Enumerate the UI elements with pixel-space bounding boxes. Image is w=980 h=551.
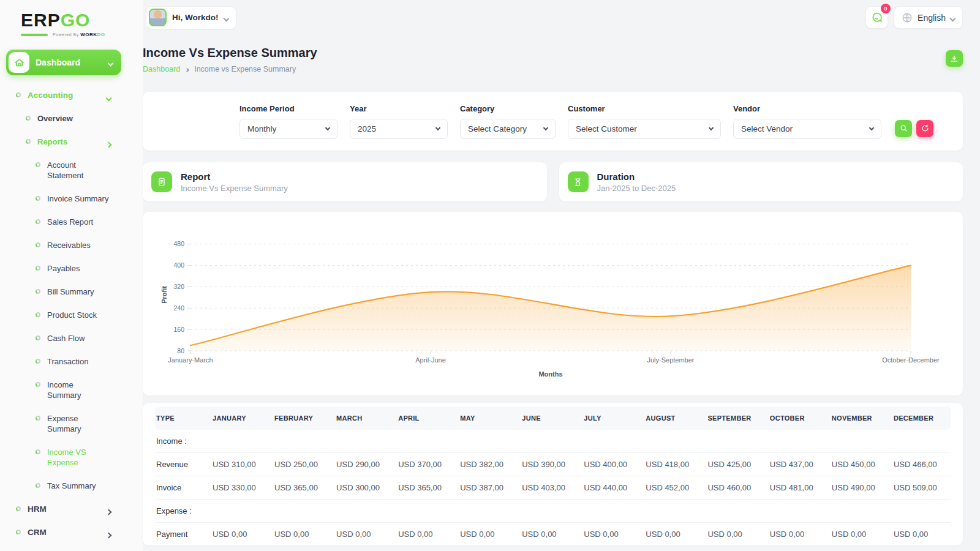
page-header: Income Vs Expense Summary Dashboard Inco… — [143, 46, 963, 73]
column-header: DECEMBER — [889, 407, 951, 430]
filter-vendor: VendorSelect Vendor — [733, 104, 881, 139]
amount-cell: USD 387,00 — [455, 476, 517, 500]
sidebar-item-hrm[interactable]: HRM — [0, 504, 143, 514]
row-type: Payment — [155, 523, 208, 546]
category-select[interactable]: Select Category — [460, 119, 556, 139]
report-card-subtitle: Income Vs Expense Summary — [181, 184, 288, 193]
breadcrumb-link-dashboard[interactable]: Dashboard — [143, 65, 180, 73]
report-card: Report Income Vs Expense Summary — [143, 162, 547, 201]
sidebar-item-accounting[interactable]: Accounting — [0, 90, 143, 100]
powered-by-label: Powered By WORKDO — [53, 32, 105, 37]
download-button[interactable] — [946, 50, 963, 67]
amount-cell: USD 370,00 — [393, 453, 455, 476]
amount-cell: USD 0,00 — [827, 523, 889, 546]
language-selector[interactable]: English — [894, 6, 963, 29]
row-type: Invoice — [155, 476, 208, 500]
amount-cell: USD 0,00 — [765, 523, 827, 546]
column-header: SEPTEMBER — [703, 407, 764, 430]
amount-cell: USD 0,00 — [455, 523, 517, 546]
reset-button[interactable] — [916, 120, 933, 137]
notifications-button[interactable]: 0 — [865, 6, 888, 29]
chevron-down-icon — [435, 125, 440, 130]
sidebar-item-label: Account Statement — [47, 160, 109, 181]
sidebar-item-bill-summary[interactable]: Bill Summary — [0, 287, 143, 297]
column-header: JUNE — [517, 407, 579, 430]
svg-text:80: 80 — [177, 347, 184, 354]
notification-badge: 0 — [881, 4, 891, 13]
sidebar-item-overview[interactable]: Overview — [0, 113, 143, 124]
home-icon — [9, 52, 29, 73]
amount-cell: USD 418,00 — [641, 453, 703, 476]
column-header: FEBRUARY — [270, 407, 331, 430]
svg-text:Months: Months — [538, 370, 562, 378]
bullet-icon — [26, 139, 31, 144]
selected-value: Select Category — [468, 124, 527, 133]
chevron-right-icon — [107, 506, 111, 517]
sidebar-item-label: Invoice Summary — [47, 193, 108, 204]
user-menu[interactable]: Hi, Workdo! — [146, 6, 236, 29]
summary-table-card: TYPEJANUARYFEBRUARYMARCHAPRILMAYJUNEJULY… — [143, 403, 963, 545]
table-row-payment: PaymentUSD 0,00USD 0,00USD 0,00USD 0,00U… — [155, 523, 951, 546]
vendor-select[interactable]: Select Vendor — [733, 119, 881, 139]
main-content: Hi, Workdo! 0 English — [143, 0, 980, 551]
sidebar-item-invoice-summary[interactable]: Invoice Summary — [0, 193, 143, 204]
amount-cell: USD 437,00 — [765, 453, 827, 476]
search-button[interactable] — [895, 120, 912, 137]
customer-select[interactable]: Select Customer — [568, 119, 721, 139]
logo-underline — [21, 34, 48, 36]
chevron-down-icon — [951, 13, 955, 23]
sidebar-item-label: CRM — [28, 527, 47, 538]
column-header: JANUARY — [208, 407, 270, 430]
logo-text-go: GO — [61, 10, 91, 30]
sidebar-item-product-stock[interactable]: Product Stock — [0, 310, 143, 320]
chevron-down-icon — [107, 92, 111, 103]
chevron-down-icon — [543, 125, 548, 130]
amount-cell: USD 365,00 — [270, 476, 331, 500]
sidebar-nav: AccountingOverviewReportsAccount Stateme… — [0, 90, 143, 538]
column-header: APRIL — [393, 407, 455, 430]
chevron-down-icon — [224, 12, 228, 23]
breadcrumb: Dashboard Income vs Expense Summary — [143, 65, 317, 73]
sidebar-item-cash-flow[interactable]: Cash Flow — [0, 333, 143, 343]
sidebar-item-reports[interactable]: Reports — [0, 137, 143, 147]
bullet-icon — [16, 92, 21, 97]
sidebar-item-crm[interactable]: CRM — [0, 527, 143, 538]
sidebar-item-tax-summary[interactable]: Tax Summary — [0, 481, 143, 491]
amount-cell: USD 290,00 — [331, 453, 393, 476]
svg-text:April-June: April-June — [415, 356, 446, 364]
sidebar-item-account-statement[interactable]: Account Statement — [0, 160, 143, 181]
sidebar-item-label: Cash Flow — [47, 333, 85, 343]
svg-text:January-March: January-March — [168, 356, 213, 364]
sidebar-item-sales-report[interactable]: Sales Report — [0, 217, 143, 227]
sidebar-item-income-vs-expense[interactable]: Income VS Expense — [0, 447, 143, 468]
sidebar-item-label: Receivables — [47, 240, 91, 250]
column-header: MAY — [455, 407, 517, 430]
year-select[interactable]: 2025 — [350, 119, 448, 139]
amount-cell: USD 450,00 — [827, 453, 889, 476]
svg-text:July-September: July-September — [647, 356, 694, 364]
svg-text:160: 160 — [173, 326, 184, 333]
amount-cell: USD 481,00 — [765, 476, 827, 500]
income-period-select[interactable]: Monthly — [239, 119, 337, 139]
sidebar-item-payables[interactable]: Payables — [0, 263, 143, 274]
amount-cell: USD 460,00 — [703, 476, 764, 500]
sidebar-item-label: Reports — [37, 137, 67, 147]
column-header: OCTOBER — [765, 407, 827, 430]
amount-cell: USD 330,00 — [208, 476, 270, 500]
sidebar-item-transaction[interactable]: Transaction — [0, 356, 143, 367]
sidebar-item-label: Bill Summary — [47, 287, 94, 297]
sidebar-item-label: Transaction — [47, 356, 88, 367]
bullet-icon — [16, 530, 21, 534]
bullet-icon — [36, 196, 40, 201]
sidebar-item-dashboard[interactable]: Dashboard — [6, 50, 121, 75]
sidebar-item-label: Income VS Expense — [47, 447, 109, 468]
svg-text:240: 240 — [173, 304, 184, 312]
bullet-icon — [36, 289, 40, 294]
sidebar-item-income-summary[interactable]: Income Summary — [0, 380, 143, 400]
sidebar-item-expense-summary[interactable]: Expense Summary — [0, 413, 143, 434]
sidebar-item-receivables[interactable]: Receivables — [0, 240, 143, 250]
refresh-icon — [921, 124, 929, 132]
income-expense-table: TYPEJANUARYFEBRUARYMARCHAPRILMAYJUNEJULY… — [155, 407, 951, 545]
bullet-icon — [36, 266, 40, 271]
filter-label: Category — [460, 104, 556, 113]
